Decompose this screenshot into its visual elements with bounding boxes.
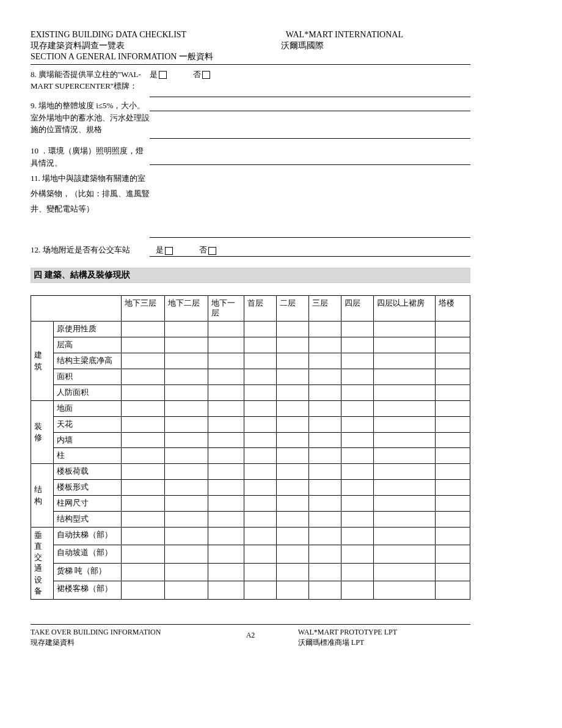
table-cell[interactable] (374, 480, 436, 496)
table-cell[interactable] (309, 496, 341, 512)
table-cell[interactable] (277, 563, 309, 581)
table-cell[interactable] (341, 416, 374, 432)
table-cell[interactable] (341, 353, 374, 369)
table-cell[interactable] (244, 322, 277, 337)
table-cell[interactable] (374, 563, 436, 581)
table-cell[interactable] (309, 337, 341, 353)
table-cell[interactable] (244, 527, 277, 545)
table-cell[interactable] (436, 480, 470, 496)
table-cell[interactable] (121, 480, 164, 496)
table-cell[interactable] (309, 464, 341, 480)
table-cell[interactable] (164, 496, 208, 512)
table-cell[interactable] (436, 581, 470, 600)
table-cell[interactable] (277, 512, 309, 528)
table-cell[interactable] (121, 512, 164, 528)
table-cell[interactable] (374, 527, 436, 545)
table-cell[interactable] (164, 400, 208, 416)
table-cell[interactable] (374, 464, 436, 480)
table-cell[interactable] (341, 581, 374, 600)
table-cell[interactable] (208, 480, 244, 496)
table-cell[interactable] (341, 496, 374, 512)
table-cell[interactable] (436, 322, 470, 337)
table-cell[interactable] (121, 337, 164, 353)
table-cell[interactable] (277, 545, 309, 564)
table-cell[interactable] (436, 512, 470, 528)
table-cell[interactable] (309, 432, 341, 448)
table-cell[interactable] (208, 369, 244, 384)
table-cell[interactable] (208, 337, 244, 353)
table-cell[interactable] (208, 448, 244, 464)
table-cell[interactable] (277, 384, 309, 400)
table-cell[interactable] (436, 432, 470, 448)
table-cell[interactable] (244, 581, 277, 600)
table-cell[interactable] (341, 337, 374, 353)
table-cell[interactable] (277, 416, 309, 432)
table-cell[interactable] (436, 400, 470, 416)
table-cell[interactable] (208, 416, 244, 432)
table-cell[interactable] (208, 353, 244, 369)
q12-line[interactable]: 是 否 (150, 245, 470, 257)
table-cell[interactable] (341, 527, 374, 545)
table-cell[interactable] (164, 369, 208, 384)
q12-no-checkbox[interactable] (208, 247, 216, 255)
table-cell[interactable] (121, 322, 164, 337)
table-cell[interactable] (341, 384, 374, 400)
table-cell[interactable] (436, 527, 470, 545)
table-cell[interactable] (121, 563, 164, 581)
table-cell[interactable] (164, 512, 208, 528)
table-cell[interactable] (436, 353, 470, 369)
table-cell[interactable] (309, 545, 341, 564)
table-cell[interactable] (436, 545, 470, 564)
table-cell[interactable] (309, 512, 341, 528)
table-cell[interactable] (164, 432, 208, 448)
table-cell[interactable] (277, 480, 309, 496)
table-cell[interactable] (309, 581, 341, 600)
table-cell[interactable] (341, 545, 374, 564)
table-cell[interactable] (341, 512, 374, 528)
table-cell[interactable] (121, 432, 164, 448)
table-cell[interactable] (208, 545, 244, 564)
table-cell[interactable] (374, 432, 436, 448)
table-cell[interactable] (121, 496, 164, 512)
table-cell[interactable] (341, 563, 374, 581)
table-cell[interactable] (164, 563, 208, 581)
table-cell[interactable] (374, 448, 436, 464)
table-cell[interactable] (436, 337, 470, 353)
table-cell[interactable] (244, 416, 277, 432)
table-cell[interactable] (164, 384, 208, 400)
table-cell[interactable] (164, 337, 208, 353)
table-cell[interactable] (244, 480, 277, 496)
q8-no-checkbox[interactable] (202, 71, 210, 79)
table-cell[interactable] (208, 563, 244, 581)
table-cell[interactable] (164, 581, 208, 600)
table-cell[interactable] (374, 322, 436, 337)
table-cell[interactable] (244, 545, 277, 564)
table-cell[interactable] (309, 322, 341, 337)
table-cell[interactable] (121, 400, 164, 416)
table-cell[interactable] (436, 369, 470, 384)
table-cell[interactable] (244, 369, 277, 384)
table-cell[interactable] (244, 563, 277, 581)
table-cell[interactable] (277, 322, 309, 337)
table-cell[interactable] (164, 545, 208, 564)
table-cell[interactable] (121, 545, 164, 564)
table-cell[interactable] (164, 480, 208, 496)
table-cell[interactable] (121, 581, 164, 600)
table-cell[interactable] (164, 448, 208, 464)
table-cell[interactable] (341, 448, 374, 464)
table-cell[interactable] (244, 400, 277, 416)
table-cell[interactable] (309, 448, 341, 464)
table-cell[interactable] (277, 400, 309, 416)
table-cell[interactable] (121, 416, 164, 432)
table-cell[interactable] (121, 448, 164, 464)
table-cell[interactable] (164, 527, 208, 545)
table-cell[interactable] (374, 337, 436, 353)
table-cell[interactable] (436, 563, 470, 581)
table-cell[interactable] (121, 464, 164, 480)
q10-line[interactable] (150, 155, 470, 165)
table-cell[interactable] (341, 322, 374, 337)
table-cell[interactable] (436, 384, 470, 400)
table-cell[interactable] (244, 496, 277, 512)
table-cell[interactable] (121, 384, 164, 400)
table-cell[interactable] (277, 337, 309, 353)
